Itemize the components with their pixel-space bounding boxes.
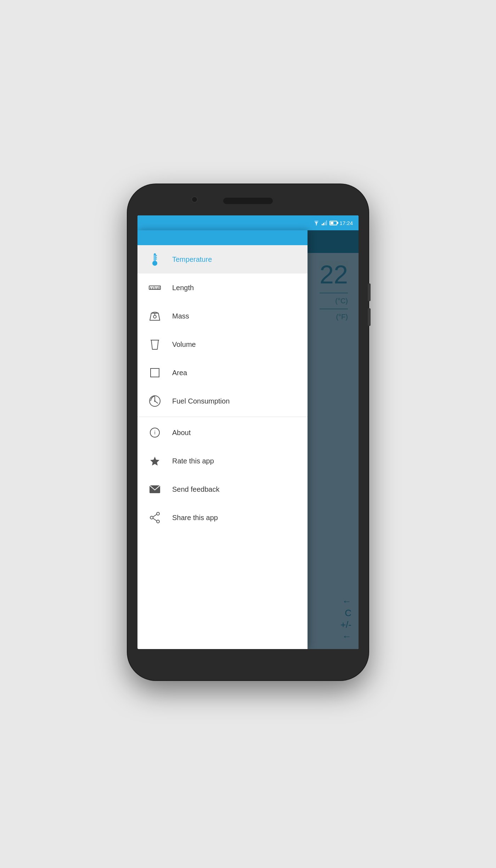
length-label: Length [172,284,194,292]
share-app-label: Share this app [172,514,218,522]
ruler-icon [147,280,162,295]
phone-volume-button [368,283,371,301]
svg-point-31 [157,520,159,523]
wifi-icon [313,220,320,225]
svg-line-32 [153,514,157,517]
phone-container: 17:24 22 (°C) (°F) ← C +/- ← [128,184,368,680]
battery-icon [329,221,337,225]
drawer-item-share[interactable]: Share this app [137,503,308,532]
svg-point-6 [152,261,157,266]
area-label: Area [172,369,187,377]
signal-icon [322,220,327,225]
phone-screen: 17:24 22 (°C) (°F) ← C +/- ← [137,215,359,649]
mass-icon [147,309,162,323]
drawer-item-feedback[interactable]: Send feedback [137,475,308,503]
svg-rect-7 [154,255,156,261]
svg-text:i: i [154,430,155,435]
navigation-drawer: Temperature [137,230,308,649]
drawer-item-area[interactable]: Area [137,359,308,387]
rate-app-label: Rate this app [172,457,214,465]
svg-point-24 [154,400,156,402]
temperature-label: Temperature [172,255,212,264]
svg-rect-4 [326,220,327,225]
svg-marker-27 [150,457,159,466]
thermometer-icon [147,252,162,267]
volume-icon [147,337,162,352]
drawer-overlay[interactable]: Temperature [137,230,359,649]
svg-rect-22 [151,368,159,377]
phone-speaker [223,198,273,204]
svg-point-30 [150,516,153,519]
drawer-header [137,230,308,245]
volume-label: Volume [172,340,196,349]
area-icon [147,365,162,380]
drawer-item-rate[interactable]: Rate this app [137,447,308,475]
share-icon [147,510,162,525]
info-icon: i [147,425,162,440]
fuel-icon [147,394,162,408]
send-feedback-label: Send feedback [172,485,219,494]
phone-volume-button-2 [368,308,371,326]
email-icon [147,482,162,497]
status-bar: 17:24 [137,215,359,230]
svg-point-19 [153,315,156,318]
svg-rect-1 [322,224,323,225]
drawer-divider [137,417,308,417]
phone-camera [191,196,198,203]
svg-point-29 [157,512,159,515]
mass-label: Mass [172,312,189,320]
svg-rect-2 [323,223,324,225]
drawer-item-temperature[interactable]: Temperature [137,245,308,274]
drawer-item-mass[interactable]: Mass [137,302,308,330]
about-label: About [172,429,191,437]
status-time: 17:24 [339,220,353,226]
svg-rect-3 [325,222,326,225]
svg-point-0 [316,224,317,225]
drawer-item-about[interactable]: i About [137,418,308,447]
drawer-item-fuel[interactable]: Fuel Consumption [137,387,308,415]
fuel-consumption-label: Fuel Consumption [172,397,230,405]
star-icon [147,453,162,468]
drawer-item-length[interactable]: Length [137,274,308,302]
drawer-item-volume[interactable]: Volume [137,330,308,359]
status-icons: 17:24 [313,220,353,226]
svg-line-33 [153,518,157,521]
